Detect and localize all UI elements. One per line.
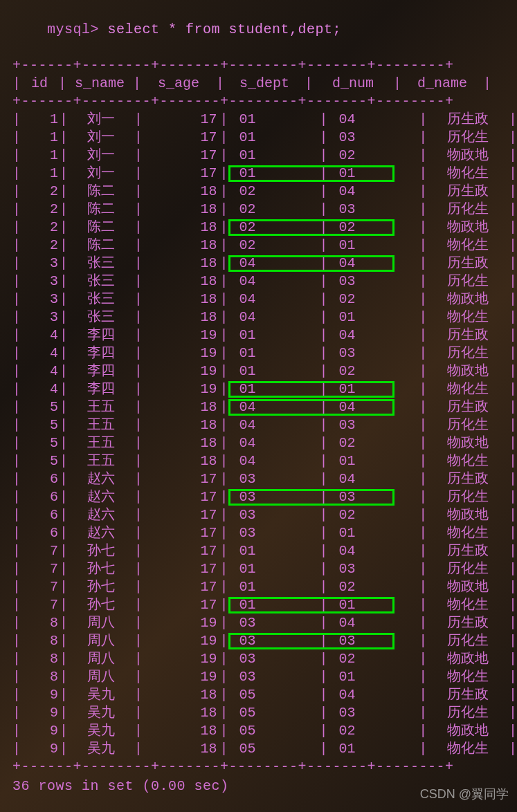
cell-dnum: 03 [327,704,419,722]
header-dnum: d_num [313,75,393,93]
mysql-prompt: mysql> [47,21,99,37]
cell-dnum: 01 [327,308,419,326]
cell-dname: 物政地 [427,434,509,452]
cell-sdept: 05 [228,722,320,740]
cell-dname: 物化生 [427,524,509,542]
cell-dname: 历生政 [427,542,509,560]
table-row: |1|刘一|17|01|04|历生政| [0,111,517,129]
table-row: |3|张三|18|04|03|历化生| [0,273,517,290]
table-row: |2|陈二|18|02|03|历化生| [0,201,517,219]
cell-sdept: 04 [228,308,320,326]
table-row: |5|王五|18|04|02|物政地| [0,434,517,452]
cell-sage: 17 [143,488,220,506]
cell-dname: 历生政 [427,111,509,129]
cell-sage: 19 [143,344,220,362]
cell-sname: 李四 [68,344,134,362]
cell-sage: 17 [143,596,220,614]
cell-sname: 周八 [68,614,134,632]
table-row: |5|王五|18|04|01|物化生| [0,452,517,470]
header-dname: d_name [401,75,483,93]
cell-dnum: 02 [327,578,419,596]
cell-sage: 18 [143,237,220,255]
cell-sname: 孙七 [68,578,134,596]
cell-dnum: 03 [327,560,419,578]
cell-sage: 19 [143,632,220,650]
cell-dname: 物政地 [427,722,509,740]
cell-dnum: 03 [327,416,419,434]
table-row: |9|吴九|18|05|01|物化生| [0,740,517,758]
terminal-output[interactable]: mysql> select * from student,dept; +----… [0,0,517,812]
cell-sname: 周八 [68,650,134,668]
table-row: |7|孙七|17|01|04|历生政| [0,542,517,560]
cell-dnum: 03 [327,201,419,219]
table-row: |6|赵六|17|03|01|物化生| [0,524,517,542]
table-row: |7|孙七|17|01|01|物化生| [0,596,517,614]
cell-sdept: 01 [228,129,320,147]
cell-sage: 18 [143,398,220,416]
table-row: |4|李四|19|01|04|历生政| [0,326,517,344]
cell-sname: 陈二 [68,237,134,255]
cell-sage: 19 [143,614,220,632]
cell-sdept: 01 [228,542,320,560]
cell-sdept: 01 [228,560,320,578]
cell-sname: 赵六 [68,524,134,542]
cell-dname: 物政地 [427,578,509,596]
cell-dname: 物化生 [427,165,509,183]
cell-id: 1 [21,147,60,165]
table-border-bottom: +------+--------+-------+--------+------… [0,758,517,776]
header-sdept: s_dept [224,75,305,93]
cell-dnum: 04 [327,542,419,560]
cell-id: 9 [21,686,60,704]
cell-sage: 17 [143,506,220,524]
cell-dnum: 02 [327,290,419,308]
cell-dnum: 03 [327,344,419,362]
cell-sage: 18 [143,273,220,290]
cell-id: 4 [21,380,60,398]
table-row: |3|张三|18|04|01|物化生| [0,308,517,326]
table-row: |6|赵六|17|03|02|物政地| [0,506,517,524]
cell-dname: 历生政 [427,686,509,704]
cell-sage: 17 [143,165,220,183]
cell-dname: 历生政 [427,470,509,488]
cell-id: 6 [21,506,60,524]
cell-sage: 18 [143,308,220,326]
cell-sdept: 03 [228,488,320,506]
table-row: |8|周八|19|03|01|物化生| [0,668,517,686]
cell-dname: 物政地 [427,147,509,165]
cell-dname: 历生政 [427,183,509,201]
cell-dname: 历生政 [427,255,509,273]
table-row: |8|周八|19|03|02|物政地| [0,650,517,668]
table-row: |8|周八|19|03|04|历生政| [0,614,517,632]
cell-sname: 吴九 [68,686,134,704]
cell-sdept: 04 [228,255,320,273]
cell-sdept: 01 [228,344,320,362]
cell-id: 9 [21,740,60,758]
cell-dnum: 01 [327,596,419,614]
table-row: |7|孙七|17|01|02|物政地| [0,578,517,596]
table-border-mid: +------+--------+-------+--------+------… [0,93,517,111]
pipe-icon: | [12,75,21,93]
cell-sdept: 03 [228,470,320,488]
cell-dnum: 02 [327,506,419,524]
cell-sname: 周八 [68,632,134,650]
cell-dname: 历生政 [427,398,509,416]
cell-dname: 历化生 [427,344,509,362]
cell-sname: 王五 [68,398,134,416]
cell-sage: 18 [143,290,220,308]
table-row: |1|刘一|17|01|01|物化生| [0,165,517,183]
cell-sname: 张三 [68,255,134,273]
cell-dname: 历化生 [427,129,509,147]
cell-id: 1 [21,129,60,147]
cell-sdept: 03 [228,668,320,686]
cell-dnum: 03 [327,129,419,147]
cell-dnum: 04 [327,255,419,273]
cell-sname: 吴九 [68,722,134,740]
cell-dnum: 01 [327,740,419,758]
cell-dnum: 02 [327,650,419,668]
cell-id: 8 [21,668,60,686]
cell-sage: 18 [143,434,220,452]
cell-id: 1 [21,111,60,129]
cell-dnum: 03 [327,273,419,290]
cell-dnum: 01 [327,237,419,255]
cell-sage: 17 [143,147,220,165]
